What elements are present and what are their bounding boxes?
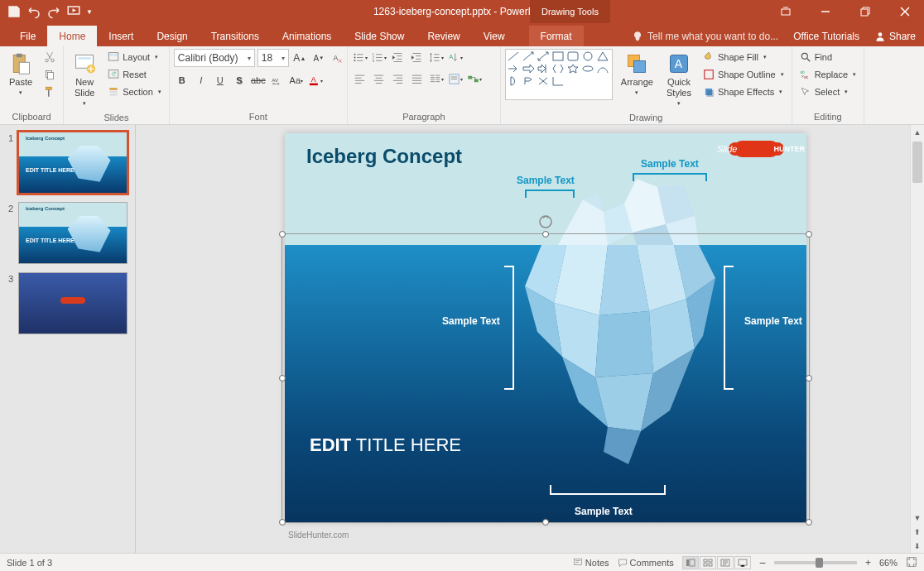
shape-fill-button[interactable]: Shape Fill▾ [700,49,787,65]
shapes-gallery[interactable] [505,49,613,100]
italic-button[interactable]: I [193,72,209,89]
underline-button[interactable]: U [212,72,229,89]
shadow-button[interactable]: S [231,72,248,89]
resize-handle[interactable] [806,231,812,238]
share-button[interactable]: Share [874,31,916,42]
tab-view[interactable]: View [472,26,517,46]
find-button[interactable]: Find [796,49,859,65]
zoom-slider[interactable] [774,561,857,564]
resize-handle[interactable] [542,519,549,525]
qat-dropdown-icon[interactable]: ▼ [86,8,93,16]
resize-handle[interactable] [279,519,286,525]
paste-button[interactable]: Paste▾ [4,49,37,100]
justify-button[interactable] [409,70,426,87]
resize-handle[interactable] [279,375,286,381]
close-button[interactable] [886,0,924,23]
decrease-font-icon[interactable]: A▼ [310,50,327,66]
tab-transitions[interactable]: Transitions [200,26,271,46]
slide-canvas[interactable]: Iceberg Concept Slide HUNTER [136,125,924,553]
comments-button[interactable]: Comments [618,558,674,568]
align-text-button[interactable]: ▾ [447,70,464,87]
reading-view-button[interactable] [717,556,734,569]
svg-rect-10 [48,73,54,79]
shape-effects-button[interactable]: Shape Effects▾ [700,84,787,100]
format-painter-button[interactable] [41,84,59,100]
section-button[interactable]: Section▾ [104,84,165,100]
fit-to-window-button[interactable] [906,556,917,569]
label-top-left[interactable]: Sample Text [517,175,575,186]
font-color-button[interactable]: A▾ [307,72,324,89]
new-slide-button[interactable]: New Slide▾ [68,49,101,111]
layout-button[interactable]: Layout▾ [104,49,165,65]
align-right-button[interactable] [390,70,407,87]
increase-indent-button[interactable] [409,49,426,65]
replace-button[interactable]: abacReplace▾ [796,66,859,83]
line-spacing-button[interactable]: ▾ [428,49,445,65]
font-name-combo[interactable]: Calibri (Body)▾ [174,49,255,67]
align-left-button[interactable] [352,70,368,87]
bullets-button[interactable]: ▾ [352,49,368,65]
slide-counter[interactable]: Slide 1 of 3 [7,558,52,568]
quick-styles-button[interactable]: A Quick Styles▾ [662,49,696,111]
group-label-slides: Slides [68,111,165,124]
sorter-view-button[interactable] [700,556,716,569]
char-spacing-button[interactable]: AV [269,72,286,89]
decrease-indent-button[interactable] [390,49,407,65]
tab-animations[interactable]: Animations [271,26,343,46]
change-case-button[interactable]: Aa▾ [288,72,305,89]
cut-button[interactable] [41,49,59,65]
minimize-button[interactable] [806,0,845,23]
notes-button[interactable]: Notes [573,558,609,568]
label-top-right[interactable]: Sample Text [641,158,699,170]
numbering-button[interactable]: 123▾ [371,49,387,65]
tab-design[interactable]: Design [145,26,199,46]
slideshow-view-button[interactable] [734,556,751,569]
svg-rect-25 [310,83,318,85]
slide-thumbnail-1[interactable]: Iceberg ConceptEDIT TITLE HERE [18,132,128,194]
text-direction-button[interactable]: A▾ [447,49,464,65]
copy-button[interactable] [41,66,59,83]
svg-text:ac: ac [804,75,809,79]
tab-review[interactable]: Review [416,26,471,46]
scrollbar-thumb[interactable] [912,142,922,183]
strikethrough-button[interactable]: abc [250,72,267,89]
font-size-combo[interactable]: 18▾ [257,49,289,67]
ribbon-display-icon[interactable] [767,0,805,23]
columns-button[interactable]: ▾ [428,70,445,87]
zoom-out-button[interactable]: − [759,556,766,569]
zoom-level[interactable]: 66% [879,558,898,568]
shape-outline-button[interactable]: Shape Outline▾ [700,66,787,83]
normal-view-button[interactable] [682,556,699,569]
resize-handle[interactable] [806,375,812,381]
bold-button[interactable]: B [174,72,190,89]
restore-button[interactable] [846,0,884,23]
tab-file[interactable]: File [8,26,47,46]
clear-formatting-icon[interactable]: A [330,50,346,66]
redo-icon[interactable] [46,4,61,19]
tab-home[interactable]: Home [47,26,97,46]
slide-thumbnail-3[interactable] [18,272,128,334]
start-slideshow-icon[interactable] [66,4,81,19]
reset-button[interactable]: Reset [104,66,165,83]
increase-font-icon[interactable]: A▲ [291,50,308,66]
save-icon[interactable] [7,4,22,19]
tab-insert[interactable]: Insert [97,26,145,46]
zoom-in-button[interactable]: + [865,557,871,569]
resize-handle[interactable] [279,231,286,238]
resize-handle[interactable] [806,519,812,525]
tab-slideshow[interactable]: Slide Show [343,26,416,46]
slide-title[interactable]: Iceberg Concept [306,145,462,168]
align-center-button[interactable] [371,70,387,87]
office-tutorials-link[interactable]: Office Tutorials [793,31,859,42]
undo-icon[interactable] [26,4,41,19]
resize-handle[interactable] [542,231,549,238]
arrange-button[interactable]: Arrange▾ [616,49,658,100]
slide-thumbnail-2[interactable]: Iceberg ConceptEDIT TITLE HERE [18,202,128,264]
tab-format[interactable]: Format [529,26,584,46]
selection-box[interactable] [282,233,810,523]
vertical-scrollbar[interactable]: ▲ ▼ ⬆ ⬇ [910,125,924,553]
rotation-handle-icon[interactable] [538,214,553,229]
select-button[interactable]: Select▾ [796,84,859,100]
smartart-button[interactable]: ▾ [466,70,483,87]
tell-me-search[interactable]: Tell me what you want to do... [632,31,778,42]
